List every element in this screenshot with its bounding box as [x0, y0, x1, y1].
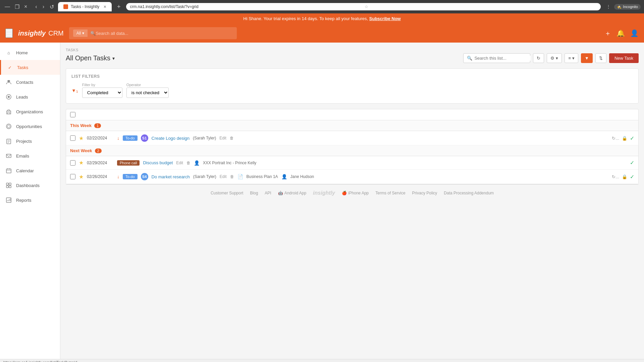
tab-title: Tasks - Insightly	[71, 4, 99, 9]
task-lock-3[interactable]: 🔒	[622, 174, 627, 179]
footer-link-blog[interactable]: Blog	[250, 191, 258, 195]
search-all-dropdown-icon: ▾	[82, 31, 84, 36]
sort-button[interactable]: ⇅	[595, 53, 606, 63]
status-bar: https://crm.na1.insightly.com/list/Task/…	[0, 359, 644, 362]
subscribe-link[interactable]: Subscribe Now	[369, 16, 401, 21]
footer-link-iphone[interactable]: iPhone App	[348, 191, 369, 195]
address-bar[interactable]: crm.na1.insightly.com/list/Task/?v=grid …	[126, 3, 601, 10]
notifications-button[interactable]: 🔔	[616, 29, 625, 37]
view-dropdown-icon: ▾	[572, 56, 575, 61]
footer-link-dpa[interactable]: Data Processing Addendum	[444, 191, 494, 195]
task-checkbox-3[interactable]	[70, 174, 75, 179]
sidebar-item-reports[interactable]: Reports	[0, 193, 60, 207]
search-input[interactable]	[96, 31, 233, 36]
logo-wordmark: insightly	[18, 29, 46, 37]
sidebar-label-organizations: Organizations	[16, 109, 43, 114]
window-maximize-button[interactable]: ❐	[13, 3, 21, 11]
page-title-dropdown-icon[interactable]: ▾	[112, 56, 115, 61]
footer-link-customer-support[interactable]: Customer Support	[211, 191, 243, 195]
tasks-icon: ✓	[6, 64, 13, 71]
filter-button[interactable]: ▼	[581, 53, 593, 63]
operator-select[interactable]: is not checked	[126, 87, 169, 98]
sidebar-item-dashboards[interactable]: Dashboards	[0, 178, 60, 193]
global-search-bar[interactable]: All ▾ 🔍	[69, 27, 237, 39]
task-complete-3[interactable]: ✓	[630, 174, 634, 180]
svg-rect-0	[7, 80, 10, 82]
task-name-1[interactable]: Create Logo design	[152, 136, 190, 141]
search-list-input[interactable]	[474, 56, 531, 61]
sidebar-item-tasks[interactable]: ✓ Tasks	[0, 60, 60, 75]
settings-button[interactable]: ⚙ ▾	[547, 53, 562, 63]
reload-button[interactable]: ↺	[48, 3, 55, 11]
hamburger-menu-button[interactable]: ☰	[5, 28, 13, 38]
task-checkbox-2[interactable]	[70, 160, 75, 166]
android-icon: 🤖	[278, 191, 283, 195]
browser-tab[interactable]: Tasks - Insightly ×	[58, 2, 112, 11]
task-delete-icon-1[interactable]: 🗑	[230, 136, 234, 140]
footer-link-api[interactable]: API	[265, 191, 271, 195]
task-star-1[interactable]: ★	[79, 135, 84, 141]
svg-point-4	[6, 124, 11, 129]
task-group-next-week: Next Week 2	[66, 145, 638, 156]
task-lock-1[interactable]: 🔒	[622, 136, 627, 141]
task-checkbox-1[interactable]	[70, 135, 75, 141]
sidebar-item-home[interactable]: ⌂ Home	[0, 45, 60, 60]
search-list-icon: 🔍	[467, 56, 472, 61]
sidebar-label-reports: Reports	[16, 198, 32, 203]
task-edit-1[interactable]: Edit	[219, 136, 226, 140]
user-avatar-button[interactable]: 👤	[630, 29, 639, 37]
task-complete-1[interactable]: ✓	[630, 135, 634, 141]
task-date-3: 02/26/2024	[87, 174, 114, 179]
forward-button[interactable]: ›	[41, 3, 46, 10]
task-delete-icon-3[interactable]: 🗑	[230, 174, 234, 179]
sidebar-item-projects[interactable]: Projects	[0, 134, 60, 148]
browser-actions: ⋮ 🕵 Incognito	[606, 4, 641, 10]
status-url: https://crm.na1.insightly.com/list/Task/…	[3, 360, 77, 362]
footer-link-android[interactable]: Android App	[284, 191, 306, 195]
crm-label: CRM	[48, 29, 64, 37]
sidebar-item-leads[interactable]: Leads	[0, 89, 60, 104]
list-icon: ≡	[568, 56, 571, 61]
back-button[interactable]: ‹	[34, 3, 38, 10]
window-close-button[interactable]: ×	[23, 3, 29, 10]
filter-by-select[interactable]: Completed	[82, 87, 122, 98]
add-button[interactable]: ＋	[604, 29, 611, 38]
sidebar-item-calendar[interactable]: Calendar	[0, 163, 60, 178]
sidebar-item-opportunities[interactable]: Opportunities	[0, 119, 60, 134]
task-edit-2[interactable]: Edit	[176, 161, 183, 165]
footer-link-tos[interactable]: Terms of Service	[375, 191, 405, 195]
new-task-button[interactable]: New Task	[609, 53, 639, 63]
task-complete-2[interactable]: ✓	[630, 160, 634, 166]
new-tab-button[interactable]: +	[114, 2, 123, 12]
task-star-2[interactable]: ★	[79, 160, 84, 166]
refresh-button[interactable]: ↻	[533, 53, 544, 63]
search-list-container[interactable]: 🔍	[463, 53, 530, 63]
task-refresh-1[interactable]: ↻...	[612, 136, 619, 141]
filter-panel: LIST FILTERS ▼₁ Filter by Completed Oper…	[66, 68, 639, 104]
footer-link-privacy[interactable]: Privacy Policy	[412, 191, 437, 195]
sidebar-item-emails[interactable]: Emails	[0, 148, 60, 163]
task-priority-3: ↓	[117, 174, 119, 179]
view-toggle-button[interactable]: ≡ ▾	[565, 53, 578, 63]
search-all-button[interactable]: All ▾	[73, 29, 88, 37]
task-name-2[interactable]: Discuss budget	[143, 160, 173, 165]
task-group-this-week: This Week 1	[66, 120, 638, 131]
task-delete-icon-2[interactable]: 🗑	[186, 161, 191, 165]
this-week-count: 1	[94, 123, 101, 128]
filter-row: ▼₁ Filter by Completed Operator is not c…	[71, 83, 633, 98]
window-minimize-button[interactable]: —	[3, 3, 11, 10]
task-refresh-3[interactable]: ↻...	[612, 174, 619, 179]
page-title-text: All Open Tasks	[66, 54, 110, 62]
tab-close-button[interactable]: ×	[104, 4, 106, 9]
task-edit-3[interactable]: Edit	[220, 174, 227, 179]
task-name-3[interactable]: Do market research	[152, 174, 190, 179]
task-star-3[interactable]: ★	[79, 174, 84, 180]
browser-window-controls: — ❐ ×	[3, 3, 29, 11]
sidebar-item-organizations[interactable]: Organizations	[0, 104, 60, 119]
sidebar-item-contacts[interactable]: Contacts	[0, 75, 60, 89]
next-week-count: 2	[95, 148, 102, 153]
organizations-icon	[5, 108, 12, 115]
task-actions-3: ↻... 🔒 ✓	[612, 174, 634, 180]
sort-icon: ⇅	[599, 56, 603, 61]
select-all-checkbox[interactable]	[70, 112, 75, 117]
